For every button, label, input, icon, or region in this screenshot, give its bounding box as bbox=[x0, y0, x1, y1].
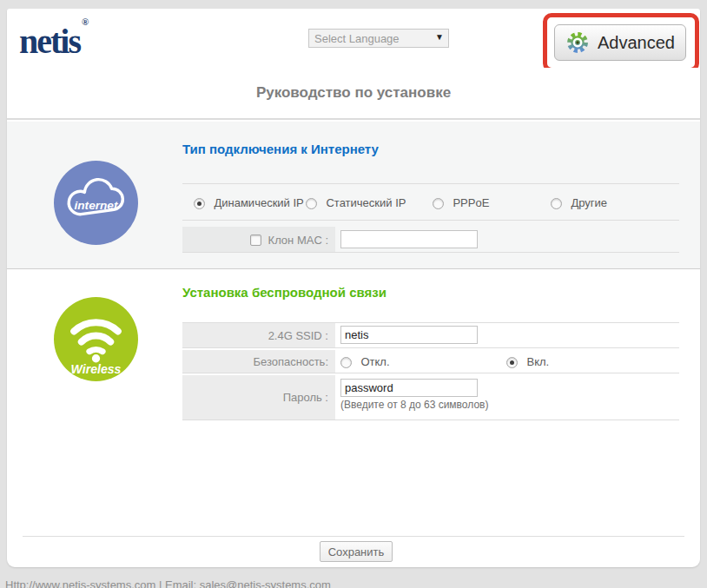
advanced-button-label: Advanced bbox=[598, 33, 675, 53]
security-row: Безопасность: Откл. Вкл. bbox=[182, 350, 679, 373]
language-select-wrap: Select Language ▼ bbox=[308, 29, 449, 48]
password-label: Пароль : bbox=[182, 375, 335, 420]
dynamic-ip-label: Динамический IP bbox=[214, 196, 303, 209]
mac-clone-checkbox[interactable] bbox=[250, 235, 261, 246]
static-ip-label: Статический IP bbox=[326, 196, 406, 209]
mac-clone-label-cell: Клон MAC : bbox=[182, 227, 335, 252]
page-title: Руководство по установке bbox=[7, 68, 700, 118]
wireless-badge-label: Wireless bbox=[71, 362, 122, 376]
static-ip-radio[interactable] bbox=[306, 198, 317, 209]
conn-type-other: Другие bbox=[551, 195, 607, 211]
password-row: Пароль : (Введите от 8 до 63 символов) bbox=[182, 375, 679, 420]
security-on-radio[interactable] bbox=[506, 357, 518, 368]
security-off-radio[interactable] bbox=[340, 357, 352, 368]
pppoe-label: PPPoE bbox=[453, 196, 489, 209]
registered-mark: ® bbox=[82, 17, 89, 27]
red-highlight-annotation: Advanced bbox=[543, 13, 699, 72]
internet-heading: Тип подключения к Интернету bbox=[182, 142, 379, 156]
security-off-label: Откл. bbox=[360, 355, 389, 368]
other-radio[interactable] bbox=[551, 198, 562, 209]
divider-line bbox=[23, 536, 684, 537]
language-select[interactable]: Select Language bbox=[308, 29, 449, 48]
conn-type-pppoe: PPPoE bbox=[433, 195, 489, 211]
pppoe-radio[interactable] bbox=[433, 198, 444, 209]
advanced-button[interactable]: Advanced bbox=[554, 24, 686, 61]
wireless-form: 2.4G SSID : Безопасность: Откл. Вкл. Пар… bbox=[182, 322, 679, 422]
mac-clone-label: Клон MAC : bbox=[268, 234, 328, 247]
netis-setup-page: netis® Select Language ▼ bbox=[0, 0, 707, 588]
footer-text: Http://www.netis-systems.com | Email: sa… bbox=[5, 578, 331, 588]
security-on-label: Вкл. bbox=[526, 355, 549, 368]
wireless-heading: Установка беспроводной связи bbox=[182, 285, 387, 300]
gear-icon bbox=[565, 29, 590, 56]
dynamic-ip-radio[interactable] bbox=[194, 198, 205, 209]
security-label: Безопасность: bbox=[182, 350, 335, 373]
divider-line bbox=[182, 220, 679, 221]
wireless-badge-icon: Wireless bbox=[54, 297, 138, 381]
save-button[interactable]: Сохранить bbox=[320, 541, 393, 562]
divider-line bbox=[182, 183, 679, 184]
conn-type-static: Статический IP bbox=[306, 195, 406, 211]
divider-line bbox=[182, 252, 679, 253]
conn-type-dynamic: Динамический IP bbox=[194, 195, 304, 211]
ssid-input[interactable] bbox=[340, 326, 478, 344]
other-label: Другие bbox=[571, 196, 607, 209]
mac-address-input[interactable] bbox=[340, 230, 478, 248]
ssid-row: 2.4G SSID : bbox=[182, 323, 679, 348]
password-hint: (Введите от 8 до 63 символов) bbox=[340, 399, 679, 411]
ssid-label: 2.4G SSID : bbox=[182, 323, 335, 347]
content-card: netis® Select Language ▼ bbox=[7, 9, 700, 567]
internet-badge-label: internet bbox=[75, 199, 118, 212]
netis-logo: netis® bbox=[19, 21, 87, 62]
title-bar: Руководство по установке bbox=[7, 68, 700, 120]
internet-badge-icon: internet bbox=[54, 161, 138, 245]
wifi-password-input[interactable] bbox=[340, 379, 478, 397]
